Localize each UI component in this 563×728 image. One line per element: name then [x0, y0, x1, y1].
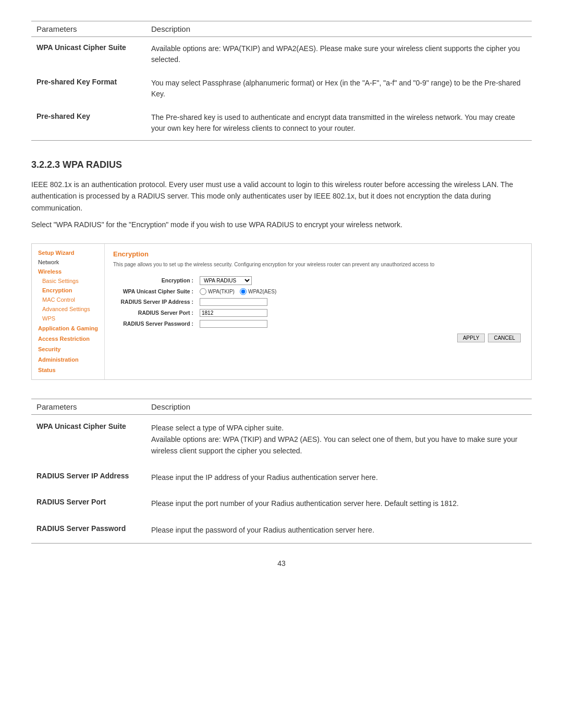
sidebar-item-wireless[interactable]: Wireless	[32, 267, 104, 276]
radius-pass-label: RADIUS Server Password :	[113, 318, 197, 329]
router-form-table: Encryption : WPA RADIUS WPA Personal WPA…	[113, 275, 523, 329]
radius-pass-row: RADIUS Server Password :	[113, 318, 523, 329]
radius-ip-input[interactable]	[200, 298, 267, 306]
param-desc: Please input the IP address of your Radi…	[146, 464, 532, 490]
sidebar-item-administration[interactable]: Administration	[32, 354, 104, 365]
router-ui-container: Setup Wizard Network Wireless Basic Sett…	[31, 243, 532, 380]
radius-ip-label: RADIUS Server IP Address :	[113, 297, 197, 307]
bottom-table-col1: Parameters	[31, 399, 146, 414]
param-name: RADIUS Server Port	[31, 490, 146, 516]
param-name: Pre-shared Key Format	[31, 71, 146, 106]
param-name: WPA Unicast Cipher Suite	[31, 414, 146, 464]
sidebar-item-app-gaming[interactable]: Application & Gaming	[32, 323, 104, 334]
param-desc: Please input the port number of your Rad…	[146, 490, 532, 516]
table-row: Pre-shared Key FormatYou may select Pass…	[31, 71, 532, 106]
sidebar-item-status[interactable]: Status	[32, 365, 104, 375]
radius-ip-row: RADIUS Server IP Address :	[113, 297, 523, 307]
param-name: RADIUS Server Password	[31, 517, 146, 544]
sidebar-item-encryption[interactable]: Encryption	[32, 286, 104, 295]
param-desc: Available options are: WPA(TKIP) and WPA…	[146, 37, 532, 72]
table-row: RADIUS Server IP AddressPlease input the…	[31, 464, 532, 490]
top-params-table: Parameters Description WPA Unicast Ciphe…	[31, 21, 532, 141]
router-main-content: Encryption This page allows you to set u…	[105, 244, 531, 379]
param-desc: Please select a type of WPA cipher suite…	[146, 414, 532, 464]
cancel-button[interactable]: CANCEL	[488, 334, 521, 342]
wpa-suite-row: WPA Unicast Cipher Suite : WPA(TKIP) WPA…	[113, 287, 523, 297]
wpa2-aes-label[interactable]: WPA2(AES)	[240, 288, 276, 295]
page-number: 43	[31, 559, 532, 567]
table-row: WPA Unicast Cipher SuitePlease select a …	[31, 414, 532, 464]
radius-port-label: RADIUS Server Port :	[113, 307, 197, 318]
router-desc-text: This page allows you to set up the wirel…	[113, 261, 523, 268]
encryption-label: Encryption :	[113, 275, 197, 287]
param-desc: The Pre-shared key is used to authentica…	[146, 106, 532, 141]
table-row: RADIUS Server PortPlease input the port …	[31, 490, 532, 516]
wpa2-aes-radio[interactable]	[240, 288, 247, 295]
radius-port-row: RADIUS Server Port :	[113, 307, 523, 318]
sidebar-item-setup-wizard[interactable]: Setup Wizard	[32, 248, 104, 257]
section-para2: Select "WPA RADIUS" for the "Encryption"…	[31, 219, 532, 230]
wpa2-aes-text: WPA2(AES)	[248, 289, 276, 294]
param-desc: You may select Passphrase (alphanumeric …	[146, 71, 532, 106]
apply-button[interactable]: APPLY	[457, 334, 485, 342]
router-section-title: Encryption	[113, 250, 523, 258]
encryption-select[interactable]: WPA RADIUS WPA Personal WPA2 Personal WE…	[200, 276, 252, 285]
sidebar-item-access-restriction[interactable]: Access Restriction	[32, 334, 104, 344]
table-row: Pre-shared KeyThe Pre-shared key is used…	[31, 106, 532, 141]
wpa-tkip-text: WPA(TKIP)	[208, 289, 235, 294]
section-para1: IEEE 802.1x is an authentication protoco…	[31, 179, 532, 214]
router-sidebar: Setup Wizard Network Wireless Basic Sett…	[32, 244, 105, 379]
radius-port-input[interactable]	[200, 309, 267, 317]
button-row: APPLY CANCEL	[113, 334, 523, 342]
wpa-suite-label: WPA Unicast Cipher Suite :	[113, 287, 197, 297]
wpa-suite-radio-group: WPA(TKIP) WPA2(AES)	[200, 288, 520, 295]
bottom-table-col2: Description	[146, 399, 532, 414]
table-row: RADIUS Server PasswordPlease input the p…	[31, 517, 532, 544]
top-table-col1: Parameters	[31, 21, 146, 37]
top-table-col2: Description	[146, 21, 532, 37]
table-row: WPA Unicast Cipher SuiteAvailable option…	[31, 37, 532, 72]
sidebar-item-wps[interactable]: WPS	[32, 314, 104, 323]
param-name: Pre-shared Key	[31, 106, 146, 141]
sidebar-item-mac-control[interactable]: MAC Control	[32, 295, 104, 304]
sidebar-item-network[interactable]: Network	[32, 257, 104, 267]
param-name: RADIUS Server IP Address	[31, 464, 146, 490]
param-desc: Please input the password of your Radius…	[146, 517, 532, 544]
wpa-tkip-radio[interactable]	[200, 288, 206, 295]
encryption-row: Encryption : WPA RADIUS WPA Personal WPA…	[113, 275, 523, 287]
bottom-params-table: Parameters Description WPA Unicast Ciphe…	[31, 399, 532, 544]
section-heading: 3.2.2.3 WPA RADIUS	[31, 159, 532, 170]
wpa-tkip-label[interactable]: WPA(TKIP)	[200, 288, 235, 295]
sidebar-item-basic-settings[interactable]: Basic Settings	[32, 276, 104, 286]
param-name: WPA Unicast Cipher Suite	[31, 37, 146, 72]
sidebar-item-security[interactable]: Security	[32, 344, 104, 354]
radius-pass-input[interactable]	[200, 320, 267, 328]
sidebar-item-advanced-settings[interactable]: Advanced Settings	[32, 304, 104, 314]
